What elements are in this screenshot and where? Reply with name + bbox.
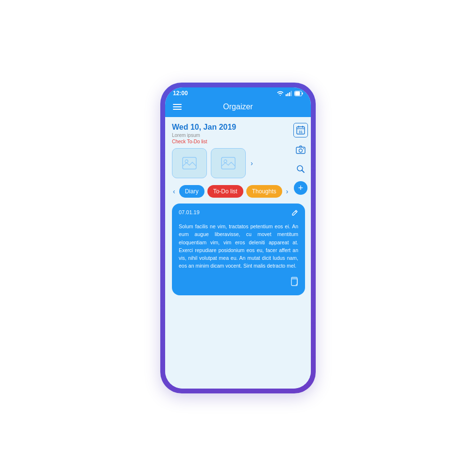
date-section: Wed 10, Jan 2019 Lorem ipsum Check To-Do…: [172, 123, 311, 144]
phone-frame: 12:00: [160, 83, 316, 393]
photos-row: ›: [172, 148, 311, 178]
right-icons: 31: [293, 123, 308, 195]
card-edit-icon[interactable]: [291, 209, 298, 218]
photo-thumb-1[interactable]: [172, 148, 207, 178]
svg-point-14: [303, 148, 304, 149]
phone-screen: 12:00: [165, 87, 311, 389]
tabs-row: ‹ Diary To-Do list Thoughts ›: [172, 185, 311, 198]
tabs-next-chevron[interactable]: ›: [285, 187, 289, 196]
photo-thumb-2[interactable]: [211, 148, 246, 178]
svg-rect-1: [288, 93, 289, 96]
status-time: 12:00: [173, 90, 188, 97]
svg-rect-2: [289, 92, 290, 96]
status-bar: 12:00: [165, 87, 311, 99]
svg-point-18: [185, 160, 188, 163]
tab-thoughts[interactable]: Thoughts: [246, 185, 282, 198]
hamburger-menu[interactable]: [173, 104, 182, 110]
top-bar: Orgaizer: [165, 99, 311, 117]
add-button[interactable]: +: [294, 181, 307, 195]
card-date: 07.01.19: [179, 209, 200, 215]
svg-rect-19: [221, 157, 235, 169]
photos-next-chevron[interactable]: ›: [251, 159, 253, 167]
camera-button[interactable]: [293, 142, 308, 157]
tabs-prev-chevron[interactable]: ‹: [172, 187, 176, 196]
svg-line-21: [295, 211, 297, 213]
svg-text:31: 31: [299, 130, 303, 134]
calendar-button[interactable]: 31: [293, 123, 308, 137]
battery-icon: [294, 91, 303, 96]
svg-rect-5: [302, 92, 303, 94]
hamburger-line-1: [173, 104, 182, 105]
tab-diary[interactable]: Diary: [179, 185, 204, 198]
svg-point-13: [299, 149, 303, 153]
card-header: 07.01.19: [179, 209, 298, 218]
status-icons: [277, 91, 303, 96]
wifi-icon: [277, 91, 284, 96]
signal-icon: [286, 91, 292, 96]
svg-line-16: [302, 170, 305, 173]
lorem-subtitle: Lorem ipsum: [172, 133, 289, 138]
date-display: Wed 10, Jan 2019: [172, 123, 289, 132]
main-content: 31: [165, 117, 311, 389]
svg-rect-3: [291, 91, 292, 96]
card-body: Solum facilis ne vim, tractatos petentiu…: [179, 222, 298, 270]
card-footer: [179, 277, 298, 289]
hamburger-line-3: [173, 109, 182, 110]
app-title: Orgaizer: [223, 102, 253, 111]
todo-link[interactable]: Check To-Do list: [172, 139, 289, 144]
svg-rect-6: [295, 91, 300, 95]
search-button[interactable]: [293, 162, 308, 176]
hamburger-line-2: [173, 106, 182, 107]
copy-icon[interactable]: [289, 277, 298, 289]
svg-rect-0: [286, 94, 287, 96]
tab-todo[interactable]: To-Do list: [207, 185, 243, 198]
note-card: 07.01.19 Solum facilis ne vim, tractatos…: [172, 204, 305, 295]
svg-point-20: [224, 160, 227, 163]
svg-rect-17: [183, 157, 196, 169]
